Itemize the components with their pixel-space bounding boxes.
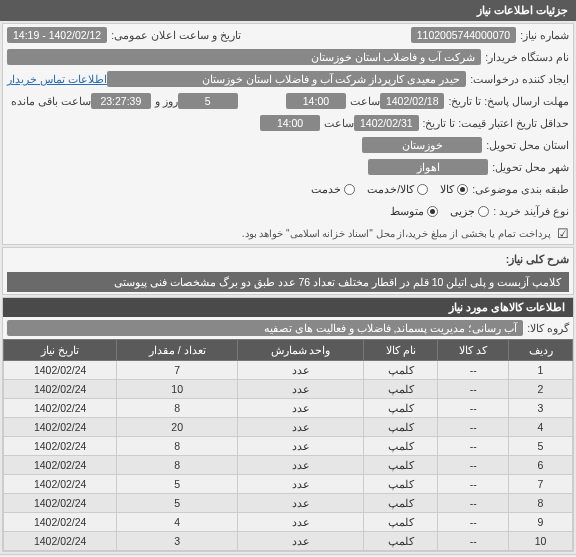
cell-n: 8: [509, 494, 573, 513]
page-title: جزئیات اطلاعات نیاز: [477, 4, 568, 16]
cell-n: 2: [509, 380, 573, 399]
need-number-label: شماره نیاز:: [516, 29, 569, 41]
cell-n: 1: [509, 361, 573, 380]
category-radio-group: کالا کالا/خدمت خدمت: [311, 183, 468, 195]
cell-qty: 5: [117, 475, 238, 494]
radio-service[interactable]: خدمت: [311, 183, 355, 195]
radio-icon: [427, 206, 438, 217]
cell-date: 1402/02/24: [4, 532, 117, 551]
radio-medium-label: متوسط: [390, 205, 424, 217]
time-label-2: ساعت: [320, 117, 354, 129]
cell-date: 1402/02/24: [4, 456, 117, 475]
cell-unit: عدد: [238, 494, 364, 513]
cell-name: کلمپ: [364, 513, 438, 532]
cell-date: 1402/02/24: [4, 399, 117, 418]
need-number-value: 1102005744000070: [411, 27, 516, 43]
cell-qty: 10: [117, 380, 238, 399]
price-date: 1402/02/31: [354, 115, 419, 131]
cell-unit: عدد: [238, 437, 364, 456]
table-row: 6--کلمپعدد81402/02/24: [4, 456, 573, 475]
radio-goods-service-label: کالا/خدمت: [367, 183, 414, 195]
purchase-type-radio-group: جزیی متوسط: [390, 205, 489, 217]
cell-date: 1402/02/24: [4, 418, 117, 437]
desc-text: کلامپ آزبست و پلی اتیلن 10 قلم در اقطار …: [7, 272, 569, 292]
table-row: 8--کلمپعدد51402/02/24: [4, 494, 573, 513]
reply-date: 1402/02/18: [380, 93, 445, 109]
cell-qty: 20: [117, 418, 238, 437]
province-value: خوزستان: [362, 137, 482, 153]
remaining-time: 23:27:39: [91, 93, 151, 109]
table-row: 3--کلمپعدد81402/02/24: [4, 399, 573, 418]
cell-unit: عدد: [238, 418, 364, 437]
reply-deadline-label: مهلت ارسال پاسخ: تا تاریخ:: [444, 95, 569, 107]
cell-qty: 4: [117, 513, 238, 532]
cell-unit: عدد: [238, 456, 364, 475]
requester-value: حیدر معیدی کارپرداز شرکت آب و فاضلاب است…: [107, 71, 466, 87]
cell-n: 6: [509, 456, 573, 475]
cell-code: --: [438, 380, 509, 399]
radio-service-label: خدمت: [311, 183, 341, 195]
cell-unit: عدد: [238, 475, 364, 494]
buyer-org-label: نام دستگاه خریدار:: [481, 51, 569, 63]
radio-goods[interactable]: کالا: [440, 183, 468, 195]
cell-code: --: [438, 437, 509, 456]
table-row: 9--کلمپعدد41402/02/24: [4, 513, 573, 532]
remaining-suffix: ساعت باقی مانده: [7, 95, 91, 107]
cell-date: 1402/02/24: [4, 475, 117, 494]
table-row: 4--کلمپعدد201402/02/24: [4, 418, 573, 437]
desc-title-label: شرح کلی نیاز:: [502, 253, 569, 265]
goods-section-title: اطلاعات کالاهای مورد نیاز: [3, 298, 573, 317]
col-name: نام کالا: [364, 340, 438, 361]
col-qty: تعداد / مقدار: [117, 340, 238, 361]
cell-name: کلمپ: [364, 456, 438, 475]
price-time: 14:00: [260, 115, 320, 131]
cell-unit: عدد: [238, 532, 364, 551]
table-row: 5--کلمپعدد81402/02/24: [4, 437, 573, 456]
cell-unit: عدد: [238, 361, 364, 380]
radio-medium[interactable]: متوسط: [390, 205, 438, 217]
cell-n: 7: [509, 475, 573, 494]
cell-n: 9: [509, 513, 573, 532]
remaining-days-label: روز و: [151, 95, 178, 107]
radio-goods-label: کالا: [440, 183, 454, 195]
radio-small[interactable]: جزیی: [450, 205, 489, 217]
col-unit: واحد شمارش: [238, 340, 364, 361]
radio-small-label: جزیی: [450, 205, 475, 217]
cell-qty: 7: [117, 361, 238, 380]
radio-goods-service[interactable]: کالا/خدمت: [367, 183, 428, 195]
cell-name: کلمپ: [364, 494, 438, 513]
checkbox-icon[interactable]: ☑: [557, 226, 569, 241]
cell-date: 1402/02/24: [4, 513, 117, 532]
radio-icon: [457, 184, 468, 195]
announce-label: تاریخ و ساعت اعلان عمومی:: [107, 29, 241, 41]
cell-name: کلمپ: [364, 475, 438, 494]
buyer-contact-link[interactable]: اطلاعات تماس خریدار: [7, 73, 107, 85]
goods-group-label: گروه کالا:: [523, 322, 569, 334]
goods-group-value: آب رسانی؛ مدیریت پسماند, فاضلاب و فعالیت…: [7, 320, 523, 336]
requester-label: ایجاد کننده درخواست:: [466, 73, 569, 85]
cell-code: --: [438, 532, 509, 551]
cell-code: --: [438, 475, 509, 494]
radio-icon: [344, 184, 355, 195]
cell-date: 1402/02/24: [4, 380, 117, 399]
description-section: شرح کلی نیاز: کلامپ آزبست و پلی اتیلن 10…: [2, 247, 574, 295]
cell-code: --: [438, 418, 509, 437]
radio-icon: [478, 206, 489, 217]
table-row: 2--کلمپعدد101402/02/24: [4, 380, 573, 399]
price-validity-label: حداقل تاریخ اعتبار قیمت: تا تاریخ:: [419, 117, 569, 129]
cell-qty: 5: [117, 494, 238, 513]
cell-name: کلمپ: [364, 418, 438, 437]
goods-section: اطلاعات کالاهای مورد نیاز گروه کالا: آب …: [2, 297, 574, 552]
cell-code: --: [438, 513, 509, 532]
province-label: استان محل تحویل:: [482, 139, 569, 151]
cell-qty: 3: [117, 532, 238, 551]
cell-unit: عدد: [238, 513, 364, 532]
table-row: 10--کلمپعدد31402/02/24: [4, 532, 573, 551]
cell-date: 1402/02/24: [4, 494, 117, 513]
purchase-type-label: نوع فرآیند خرید :: [489, 205, 569, 217]
cell-code: --: [438, 494, 509, 513]
cell-n: 5: [509, 437, 573, 456]
cell-date: 1402/02/24: [4, 437, 117, 456]
cell-qty: 8: [117, 437, 238, 456]
reply-time: 14:00: [286, 93, 346, 109]
